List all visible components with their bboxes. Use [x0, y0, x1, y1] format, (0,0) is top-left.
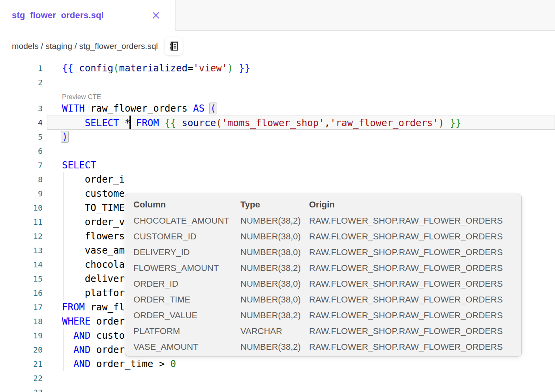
code-token: ) [439, 118, 444, 129]
popup-cell-type: NUMBER(38,2) [240, 308, 309, 323]
code-token: AND [73, 344, 90, 355]
notebook-outline-icon [168, 40, 180, 52]
lineage-panel-button[interactable] [165, 37, 183, 55]
popup-cell-type: NUMBER(38,2) [240, 339, 309, 355]
code-token: 'moms_flower_shop' [222, 118, 324, 129]
code-line-2[interactable]: 2 [0, 75, 555, 90]
line-number: 19 [0, 329, 43, 343]
popup-cell-origin: RAW.FLOWER_SHOP.RAW_FLOWER_ORDERS [309, 260, 521, 276]
breadcrumb[interactable]: models / staging / stg_flower_orders.sql [12, 41, 158, 51]
code-text: order_v [62, 215, 125, 229]
popup-cell-column: CHOCOLATE_AMOUNT [133, 213, 240, 229]
app-window: { "tab": { "title": "stg_flower_orders.s… [0, 0, 555, 392]
line-number: 23 [0, 385, 43, 392]
code-token [165, 358, 170, 370]
tab-title: stg_flower_orders.sql [12, 10, 104, 21]
line-number: 6 [0, 144, 43, 158]
code-token [62, 118, 85, 129]
code-token [62, 358, 73, 370]
line-number: 22 [0, 371, 43, 385]
code-line-4[interactable]: 4 SELECT * FROM {{ source('moms_flower_s… [0, 116, 555, 130]
line-number: 21 [0, 357, 43, 371]
tab-strip-empty-area [175, 0, 555, 31]
popup-cell-column: FLOWERS_AMOUNT [133, 260, 240, 276]
code-line-23[interactable]: 23 [0, 385, 555, 392]
popup-cell-column: ORDER_TIME [133, 292, 240, 308]
code-line-7[interactable]: 7SELECT [0, 158, 555, 172]
code-token [159, 118, 165, 129]
code-token: vase_am [62, 245, 125, 256]
code-token: AND [73, 358, 90, 370]
tab-stg-flower-orders[interactable]: stg_flower_orders.sql [0, 0, 175, 31]
code-token: }} [450, 118, 461, 129]
tab-bar: stg_flower_orders.sql [0, 0, 555, 31]
code-line-3[interactable]: 3WITH raw_flower_orders AS ( [0, 101, 555, 116]
code-token: ( [209, 103, 217, 114]
popup-cell-origin: RAW.FLOWER_SHOP.RAW_FLOWER_ORDERS [309, 323, 521, 339]
code-text: ) [62, 130, 68, 144]
code-text: order_i [62, 172, 125, 187]
code-line-8[interactable]: 8 order_i [0, 172, 555, 187]
line-number: 1 [0, 61, 43, 75]
popup-cell-origin: RAW.FLOWER_SHOP.RAW_FLOWER_ORDERS [309, 213, 521, 229]
code-text: SELECT [62, 158, 96, 172]
code-text: WITH raw_flower_orders AS ( [62, 101, 216, 116]
code-token: ( [216, 118, 221, 129]
popup-cell-column: ORDER_ID [133, 276, 240, 292]
code-line-5[interactable]: 5) [0, 130, 555, 144]
code-editor[interactable]: 1{{ config(materialized='view') }}2Previ… [0, 61, 555, 392]
popup-cell-origin: RAW.FLOWER_SHOP.RAW_FLOWER_ORDERS [309, 292, 521, 308]
code-token: = [188, 63, 193, 74]
line-number: 18 [0, 314, 43, 329]
code-line-22[interactable]: 22 [0, 371, 555, 385]
code-token: WITH [62, 103, 85, 114]
code-token [176, 118, 182, 129]
line-number: 14 [0, 258, 43, 272]
tab-close-button[interactable] [151, 10, 161, 21]
code-token: > [159, 358, 165, 370]
code-token [62, 344, 73, 355]
code-text: flowers [62, 229, 125, 243]
line-number: 12 [0, 229, 43, 243]
code-token: custome [62, 188, 125, 199]
code-text: AND order_time > 0 [62, 357, 176, 371]
code-token: deliver [62, 273, 125, 284]
code-token: SELECT [62, 160, 96, 171]
code-token: 0 [171, 358, 176, 370]
code-text: SELECT * FROM {{ source('moms_flower_sho… [62, 116, 461, 130]
code-token [119, 118, 125, 129]
code-token: FROM [62, 302, 85, 313]
line-number: 15 [0, 272, 43, 286]
code-line-6[interactable]: 6 [0, 144, 555, 158]
line-number: 2 [0, 75, 43, 90]
code-token: materialized [119, 63, 188, 74]
code-token: ( [113, 63, 119, 74]
code-token: , [324, 118, 330, 129]
popup-cell-type: NUMBER(38,0) [240, 276, 309, 292]
code-text: platform [62, 286, 130, 300]
code-token [444, 118, 450, 129]
code-token: order_i [62, 174, 125, 185]
popup-cell-origin: RAW.FLOWER_SHOP.RAW_FLOWER_ORDERS [309, 245, 521, 260]
code-line-21[interactable]: 21 AND order_time > 0 [0, 357, 555, 371]
code-text: deliver [62, 272, 125, 286]
line-number: 16 [0, 286, 43, 300]
popup-cell-origin: RAW.FLOWER_SHOP.RAW_FLOWER_ORDERS [309, 339, 521, 355]
code-token: flowers [62, 231, 125, 242]
code-token: chocola [62, 259, 125, 270]
popup-cell-type: NUMBER(38,0) [240, 292, 309, 308]
code-token: 'view' [193, 63, 227, 74]
code-token [130, 118, 136, 129]
code-token: ) [61, 131, 69, 143]
code-line-1[interactable]: 1{{ config(materialized='view') }} [0, 61, 555, 75]
code-token: raw_flower_orders [85, 103, 193, 114]
popup-cell-column: CUSTOMER_ID [133, 229, 240, 245]
code-token: 'raw_flower_orders' [330, 118, 439, 129]
code-token: ) [227, 63, 233, 74]
line-number: 9 [0, 187, 43, 201]
code-token: FROM [136, 118, 159, 129]
line-number: 3 [0, 101, 43, 116]
codelens-preview-cte[interactable]: Preview CTE [0, 90, 555, 101]
code-token [62, 330, 73, 341]
popup-header-origin: Origin [309, 196, 521, 213]
